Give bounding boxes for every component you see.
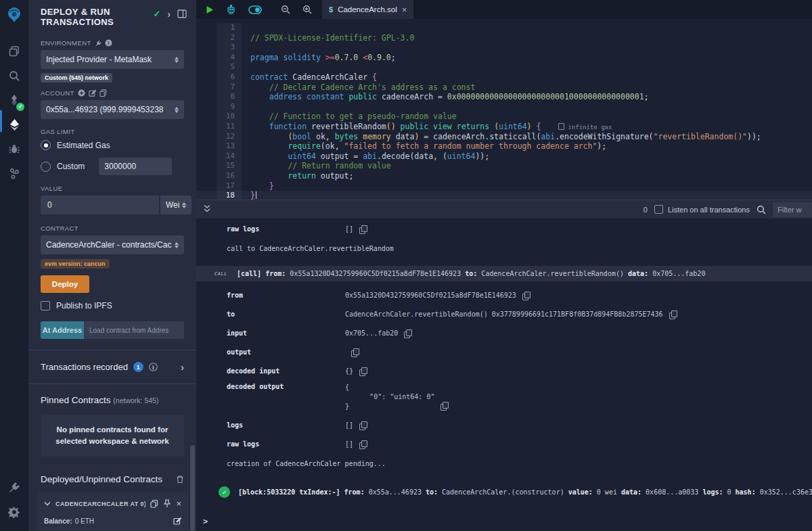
copy-contract-icon[interactable] <box>150 499 158 508</box>
copilot-toggle[interactable] <box>242 5 268 14</box>
code-line-7[interactable]: 7 // Declare Cadence Arch's address as a… <box>196 83 812 93</box>
code-line-16[interactable]: 16 return output; <box>196 171 812 181</box>
account-label: ACCOUNT <box>41 89 184 97</box>
sidebar-item-settings[interactable] <box>0 500 28 524</box>
value-input[interactable] <box>41 195 159 214</box>
env-info-icon[interactable]: i <box>105 39 112 47</box>
terminal-message: call to CadenceArchCaler.revertibleRando… <box>196 245 812 255</box>
copy-icon[interactable] <box>359 421 367 430</box>
zoom-out-button[interactable] <box>275 5 296 14</box>
contract-select[interactable]: CadenceArchCaler - contracts/Cac <box>41 235 184 254</box>
edit-balance-icon[interactable] <box>173 517 181 525</box>
deploy-button[interactable]: Deploy <box>41 275 89 293</box>
add-account-icon[interactable] <box>78 89 85 97</box>
code-line-9[interactable]: 9 <box>196 102 812 112</box>
remix-logo[interactable] <box>0 0 28 30</box>
copy-icon[interactable] <box>359 440 367 448</box>
chevron-down-icon[interactable] <box>44 501 51 506</box>
page-title: DEPLOY & RUNTRANSACTIONS <box>41 7 114 27</box>
sidebar-item-search[interactable] <box>0 64 28 88</box>
sidebar-item-deploy-run[interactable] <box>0 112 28 137</box>
copy-account-icon[interactable] <box>99 89 107 97</box>
copy-icon[interactable] <box>522 292 530 300</box>
sidebar-item-git[interactable] <box>0 161 28 185</box>
ai-assistant-button[interactable] <box>220 5 242 15</box>
at-address-button[interactable]: At Address <box>41 321 84 339</box>
custom-gas-radio[interactable] <box>41 162 51 172</box>
code-line-15[interactable]: 15 // Return random value <box>196 161 812 171</box>
toggle-on-icon <box>248 5 262 14</box>
code-line-12[interactable]: 12 (bool ok, bytes memory data) = cadenc… <box>196 132 812 142</box>
estimated-gas-radio[interactable] <box>41 140 51 150</box>
custom-gas-input[interactable] <box>99 158 172 175</box>
copy-icon[interactable] <box>441 402 448 410</box>
line-number: 13 <box>217 141 242 152</box>
remix-ide-window: ✓ <box>0 0 812 531</box>
terminal-expand-button[interactable] <box>196 204 218 216</box>
terminal-filter-input[interactable] <box>773 202 812 217</box>
environment-select[interactable]: Injected Provider - MetaMask <box>41 50 184 69</box>
rail-bottom <box>0 476 28 524</box>
copy-icon[interactable] <box>404 329 411 338</box>
clear-deployed-trash-icon[interactable] <box>176 475 184 484</box>
at-address-input[interactable] <box>84 321 184 339</box>
terminal-output[interactable]: raw logs[]call to CadenceArchCaler.rever… <box>196 218 812 531</box>
terminal-search-icon[interactable] <box>757 205 766 214</box>
deployed-contract-name: CADENCEARCHCALER AT 0) <box>55 501 145 507</box>
sidebar-item-plugin-manager[interactable] <box>0 476 28 500</box>
copy-icon[interactable] <box>351 348 359 356</box>
panel-scrollbar[interactable] <box>190 445 195 531</box>
publish-ipfs-checkbox[interactable] <box>41 301 50 310</box>
run-script-button[interactable] <box>196 5 220 14</box>
sign-message-icon[interactable] <box>89 89 96 97</box>
code-line-13[interactable]: 13 require(ok, "failed to fetch a random… <box>196 141 812 152</box>
copy-icon[interactable] <box>669 310 677 319</box>
code-line-3[interactable]: 3 <box>196 43 812 53</box>
line-number: 4 <box>217 53 242 63</box>
code-editor[interactable]: 12// SPDX-License-Identifier: GPL-3.034p… <box>196 19 812 200</box>
contract-label: CONTRACT <box>41 225 184 232</box>
pin-panel-icon[interactable] <box>177 9 187 18</box>
listen-all-checkbox[interactable] <box>654 205 663 214</box>
pending-tx-count: 0 <box>644 206 648 214</box>
transactions-info-icon[interactable]: i <box>149 363 158 371</box>
robot-icon <box>226 5 236 15</box>
sidebar-item-debugger[interactable] <box>0 137 28 161</box>
copy-icon[interactable] <box>359 225 367 233</box>
terminal-prompt[interactable]: > <box>203 517 208 526</box>
chevron-updown-icon <box>175 57 179 63</box>
code-line-14[interactable]: 14 uint64 output = abi.decode(data, (uin… <box>196 152 812 162</box>
line-number: 9 <box>217 102 242 112</box>
deploy-run-icon <box>8 118 21 131</box>
plug-icon <box>8 482 20 494</box>
line-number: 3 <box>217 43 242 53</box>
code-line-18[interactable]: 18} <box>196 191 812 200</box>
line-number: 15 <box>217 161 242 171</box>
code-line-11[interactable]: 11 function revertibleRandom() public vi… <box>196 122 812 132</box>
copy-icon[interactable] <box>359 367 367 375</box>
code-line-1[interactable]: 1 <box>196 23 812 33</box>
sidebar-item-solidity-compiler[interactable]: ✓ <box>0 88 28 112</box>
value-unit-select[interactable]: Wei <box>160 195 191 214</box>
panel-expand-icon[interactable]: › <box>167 11 171 18</box>
code-line-6[interactable]: 6contract CadenceArchCaler { <box>196 72 812 83</box>
close-contract-icon[interactable]: × <box>176 499 181 509</box>
environment-label: ENVIRONMENT i <box>41 39 184 47</box>
line-content: // Function to get a pseudo-random value <box>242 112 812 122</box>
transactions-expand-icon[interactable]: › <box>181 361 184 373</box>
sidebar-item-file-explorer[interactable] <box>0 39 28 64</box>
account-select[interactable]: 0x55a...46923 (999.9999453238 <box>41 100 184 119</box>
code-line-8[interactable]: 8 address constant public cadenceArch = … <box>196 92 812 102</box>
code-line-5[interactable]: 5 <box>196 62 812 72</box>
code-line-10[interactable]: 10 // Function to get a pseudo-random va… <box>196 112 812 122</box>
tab-cadencearch-sol[interactable]: $ CadenceArch.sol × <box>322 0 413 19</box>
tab-close-icon[interactable]: × <box>402 5 407 15</box>
line-content: contract CadenceArchCaler { <box>242 72 812 83</box>
line-content: return output; <box>242 171 812 181</box>
code-line-4[interactable]: 4pragma solidity >=0.7.0 <0.9.0; <box>196 53 812 63</box>
code-line-17[interactable]: 17 } <box>196 181 812 191</box>
transactions-count-badge: 1 <box>133 362 143 372</box>
code-line-2[interactable]: 2// SPDX-License-Identifier: GPL-3.0 <box>196 33 812 43</box>
zoom-in-button[interactable] <box>296 5 318 14</box>
pin-contract-icon[interactable] <box>163 499 171 508</box>
